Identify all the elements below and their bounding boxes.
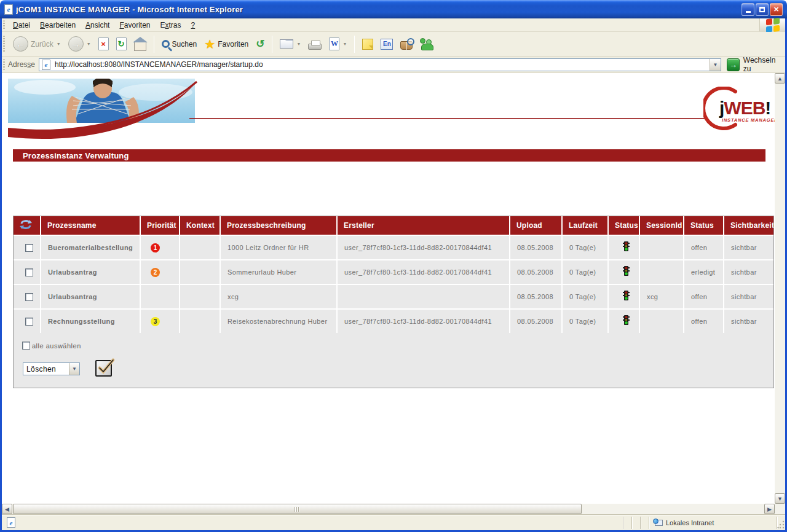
address-dropdown-button[interactable]: ▼ — [710, 59, 721, 71]
cell-prioritaet: 3 — [141, 308, 180, 333]
submit-action-button[interactable] — [95, 360, 112, 377]
cell-prozessname: Bueromaterialbestellung — [41, 235, 141, 259]
mail-button[interactable]: ▼ — [277, 38, 303, 50]
stop-button[interactable]: × — [96, 36, 111, 52]
action-select[interactable]: Löschen ▼ — [23, 362, 80, 375]
action-select-value: Löschen — [23, 365, 69, 374]
mail-dropdown-icon[interactable]: ▼ — [296, 42, 301, 46]
toolbar-separator — [272, 36, 272, 53]
table-controls: alle auswählen Löschen ▼ — [14, 333, 773, 382]
maximize-button[interactable] — [756, 3, 769, 16]
forward-dropdown-icon[interactable]: ▼ — [87, 42, 91, 46]
notes-button[interactable] — [360, 37, 376, 51]
home-button[interactable] — [132, 36, 149, 52]
minimize-button[interactable] — [742, 3, 754, 16]
cell-kontext — [180, 259, 221, 284]
back-dropdown-icon[interactable]: ▼ — [57, 42, 61, 46]
select-all-checkbox[interactable] — [22, 342, 30, 350]
favorites-button[interactable]: ★ Favoriten — [202, 37, 251, 52]
resize-grip[interactable] — [777, 518, 785, 530]
home-icon — [134, 42, 146, 51]
cell-prozessname: Urlaubsantrag — [41, 284, 141, 308]
scroll-right-button[interactable]: ▶ — [764, 504, 775, 514]
refresh-button[interactable]: ↻ — [114, 36, 129, 52]
search-label: Suchen — [172, 40, 197, 49]
print-button[interactable] — [306, 37, 324, 51]
address-label: Adresse — [8, 60, 35, 69]
header-status2: Status — [684, 216, 724, 235]
row-checkbox[interactable] — [25, 244, 33, 252]
refresh-icon: ↻ — [116, 37, 127, 50]
header-photo-art — [8, 79, 195, 123]
research-button[interactable] — [398, 37, 415, 51]
history-button[interactable]: ↺ — [253, 37, 267, 50]
status-bar: e Lokales Intranet — [2, 514, 785, 530]
cell-status-icon — [609, 284, 640, 308]
menu-datei[interactable]: Datei — [8, 18, 35, 31]
cell-upload: 08.05.2008 — [510, 235, 563, 259]
stop-x-glyph: × — [101, 39, 106, 49]
header-refresh-cell — [14, 216, 41, 235]
cell-status-icon — [609, 308, 640, 333]
header-status: Status — [609, 216, 640, 235]
row-checkbox[interactable] — [25, 293, 33, 301]
intranet-zone-icon — [653, 518, 663, 527]
table-refresh-icon[interactable] — [20, 219, 32, 230]
scroll-up-button[interactable]: ▲ — [775, 73, 785, 84]
row-checkbox[interactable] — [25, 318, 33, 326]
cell-status: offen — [684, 308, 724, 333]
menu-bar: Datei Bearbeiten Ansicht Favoriten Extra… — [2, 18, 785, 32]
favorites-label: Favoriten — [218, 40, 248, 49]
page-icon: e — [42, 60, 50, 70]
row-checkbox[interactable] — [25, 268, 33, 276]
translate-button[interactable]: En — [378, 37, 395, 51]
action-select-dropdown-icon[interactable]: ▼ — [69, 363, 79, 375]
cell-status-icon — [609, 235, 640, 259]
scrollbar-corner — [775, 504, 785, 514]
address-bar: Adresse e ▼ → Wechseln zu — [2, 57, 785, 73]
menu-hilfe[interactable]: ? — [186, 18, 200, 31]
cell-status: erledigt — [684, 259, 724, 284]
messenger-button[interactable] — [417, 37, 436, 52]
cell-ersteller: user_78f7cf80-1cf3-11dd-8d82-00170844df4… — [338, 308, 510, 333]
scroll-left-button[interactable]: ◀ — [2, 504, 12, 514]
thumb-grip-icon — [295, 507, 300, 512]
titlebar: e jCOM1 INSTANCE MANAGER - Microsoft Int… — [0, 0, 787, 18]
scroll-down-button[interactable]: ▼ — [775, 493, 785, 504]
menu-extras[interactable]: Extras — [156, 18, 186, 31]
jweb-logo: jWEB! INSTANCE MANAGER — [703, 87, 773, 132]
cell-sessionid: xcg — [640, 284, 684, 308]
search-button[interactable]: Suchen — [159, 39, 200, 50]
cell-status: offen — [684, 235, 724, 259]
jweb-logo-subtitle: INSTANCE MANAGER — [722, 117, 778, 123]
vertical-scrollbar[interactable]: ▲ ▼ — [775, 73, 785, 504]
cell-prozessname: Urlaubsantrag — [41, 259, 141, 284]
cell-upload: 08.05.2008 — [510, 259, 563, 284]
address-input[interactable] — [53, 60, 710, 69]
traffic-light-icon — [622, 290, 630, 302]
status-panel — [623, 517, 632, 529]
menu-ansicht[interactable]: Ansicht — [81, 18, 114, 31]
horizontal-scroll-thumb[interactable] — [13, 504, 582, 514]
addressbar-grip[interactable] — [3, 59, 5, 70]
cell-sichtbarkeit: sichtbar — [724, 284, 773, 308]
cell-status-icon — [609, 259, 640, 284]
toolbar-grip[interactable] — [3, 36, 5, 52]
status-main-panel: e — [2, 517, 623, 529]
menu-favoriten[interactable]: Favoriten — [114, 18, 155, 31]
menu-bearbeiten[interactable]: Bearbeiten — [35, 18, 81, 31]
forward-button[interactable]: → ▼ — [66, 35, 93, 53]
menubar-grip[interactable] — [3, 20, 5, 29]
table-row: Rechnungsstellung 3 Reisekostenabrechnun… — [14, 308, 773, 333]
cell-beschreibung: 1000 Leitz Ordner für HR — [221, 235, 338, 259]
research-icon — [400, 41, 413, 50]
cell-sessionid — [640, 235, 684, 259]
back-label: Zurück — [31, 40, 53, 49]
edit-word-button[interactable]: W▼ — [326, 36, 349, 52]
close-button[interactable]: ✕ — [770, 3, 783, 16]
horizontal-scrollbar[interactable]: ◀ ▶ — [2, 504, 775, 514]
checkmark-icon — [97, 358, 113, 374]
edit-dropdown-icon[interactable]: ▼ — [342, 42, 347, 46]
go-button[interactable]: → — [727, 58, 740, 71]
back-button[interactable]: ← Zurück ▼ — [10, 35, 63, 53]
